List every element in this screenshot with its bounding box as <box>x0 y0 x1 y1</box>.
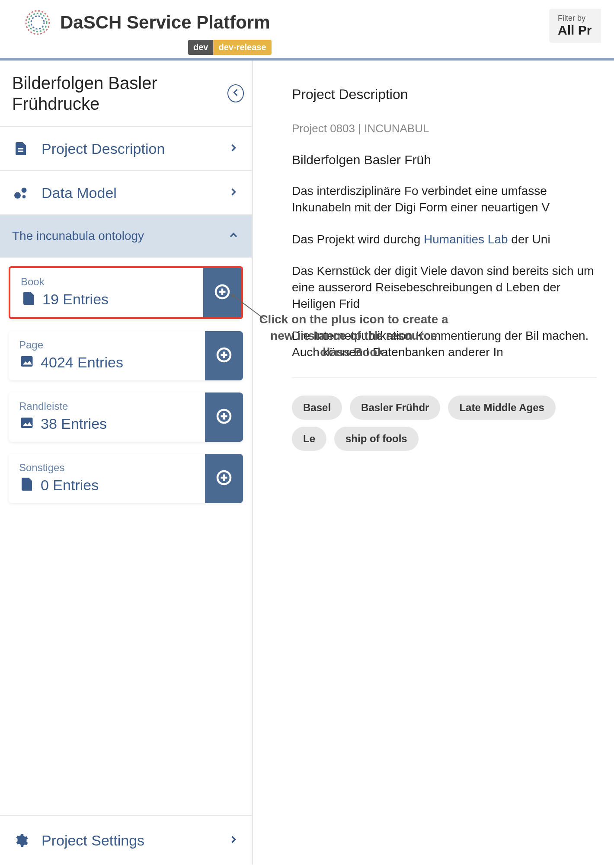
nav-project-settings[interactable]: Project Settings <box>0 815 252 865</box>
document-icon <box>12 140 29 157</box>
chip[interactable]: Late Middle Ages <box>448 396 555 420</box>
chevron-up-icon <box>227 229 240 243</box>
svg-point-5 <box>14 192 21 199</box>
plus-circle-icon <box>216 470 232 487</box>
chip[interactable]: Basel <box>292 396 342 420</box>
bubble-chart-icon <box>12 184 29 201</box>
badge-dev: dev <box>188 40 213 55</box>
svg-point-7 <box>22 195 26 198</box>
add-randleiste-button[interactable] <box>205 393 243 442</box>
resource-card-book[interactable]: Book 19 Entries <box>9 266 243 319</box>
project-title: Bilderfolgen Basler Frühdrucke <box>12 73 227 114</box>
resource-count: 0 Entries <box>41 477 99 494</box>
nav-label: Data Model <box>42 185 227 201</box>
svg-rect-4 <box>18 151 23 152</box>
file-icon <box>21 290 36 308</box>
paragraph: Das Projekt wird durchg Humanities Lab d… <box>292 231 597 248</box>
svg-rect-3 <box>18 148 23 150</box>
paragraph: Das interdisziplinäre Fo verbindet eine … <box>292 183 597 216</box>
nav-label: Project Settings <box>42 832 227 849</box>
sidebar: Bilderfolgen Basler Frühdrucke Project D… <box>0 61 253 865</box>
nav-label: Project Description <box>42 140 227 157</box>
resource-card-page[interactable]: Page 4024 Entries <box>9 331 243 380</box>
resource-list: Book 19 Entries Page 4024 Entries <box>0 258 252 524</box>
nav-project-description[interactable]: Project Description <box>0 127 252 171</box>
content-heading: Project Description <box>292 86 597 102</box>
project-meta: Project 0803 | INCUNABUL <box>292 122 597 135</box>
image-icon <box>19 415 35 432</box>
paragraph: Das Kernstück der digit Viele davon sind… <box>292 263 597 312</box>
gear-icon <box>12 832 29 849</box>
chip[interactable]: Basler Frühdr <box>350 396 440 420</box>
badge-release: dev-release <box>213 40 271 55</box>
plus-circle-icon <box>216 408 232 426</box>
chevron-right-icon <box>227 142 240 156</box>
resource-count: 4024 Entries <box>41 354 123 371</box>
svg-point-2 <box>31 16 44 29</box>
resource-name: Page <box>19 339 195 351</box>
chevron-right-icon <box>227 833 240 847</box>
brand-logo <box>24 9 51 36</box>
resource-count: 38 Entries <box>41 415 107 432</box>
svg-rect-11 <box>21 356 33 367</box>
file-icon <box>19 476 35 494</box>
collapse-sidebar-button[interactable] <box>227 84 244 102</box>
svg-marker-25 <box>231 294 235 298</box>
resource-card-randleiste[interactable]: Randleiste 38 Entries <box>9 393 243 442</box>
chip[interactable]: Le <box>292 427 326 451</box>
annotation-text: Click on the plus icon to create a new i… <box>259 311 449 360</box>
image-icon <box>19 354 35 371</box>
svg-rect-16 <box>21 418 33 428</box>
project-name: Bilderfolgen Basler Früh <box>292 153 597 167</box>
add-sonstiges-button[interactable] <box>205 454 243 503</box>
add-page-button[interactable] <box>205 331 243 380</box>
content-area: Project Description Project 0803 | INCUN… <box>253 61 614 865</box>
plus-circle-icon <box>214 284 230 301</box>
chevron-left-icon <box>230 86 242 100</box>
resource-name: Book <box>21 276 193 288</box>
app-header: DaSCH Service Platform dev dev-release F… <box>0 0 614 61</box>
chip[interactable]: ship of fools <box>334 427 419 451</box>
svg-point-0 <box>26 11 49 34</box>
chevron-right-icon <box>227 186 240 200</box>
svg-point-6 <box>22 188 27 193</box>
env-badges: dev dev-release <box>188 40 272 55</box>
resource-card-sonstiges[interactable]: Sonstiges 0 Entries <box>9 454 243 503</box>
humanities-lab-link[interactable]: Humanities Lab <box>424 233 508 246</box>
resource-name: Randleiste <box>19 400 195 412</box>
ontology-toggle[interactable]: The incunabula ontology <box>0 215 252 258</box>
filter-value: All Pr <box>558 23 592 38</box>
resource-count: 19 Entries <box>42 291 109 308</box>
resource-name: Sonstiges <box>19 462 195 474</box>
plus-circle-icon <box>216 347 232 364</box>
ontology-title: The incunabula ontology <box>12 229 144 243</box>
keyword-chips: Basel Basler Frühdr Late Middle Ages Le … <box>292 377 597 451</box>
nav-data-model[interactable]: Data Model <box>0 171 252 215</box>
filter-label: Filter by <box>558 14 592 23</box>
brand-title: DaSCH Service Platform <box>60 12 270 33</box>
project-filter[interactable]: Filter by All Pr <box>549 9 601 43</box>
